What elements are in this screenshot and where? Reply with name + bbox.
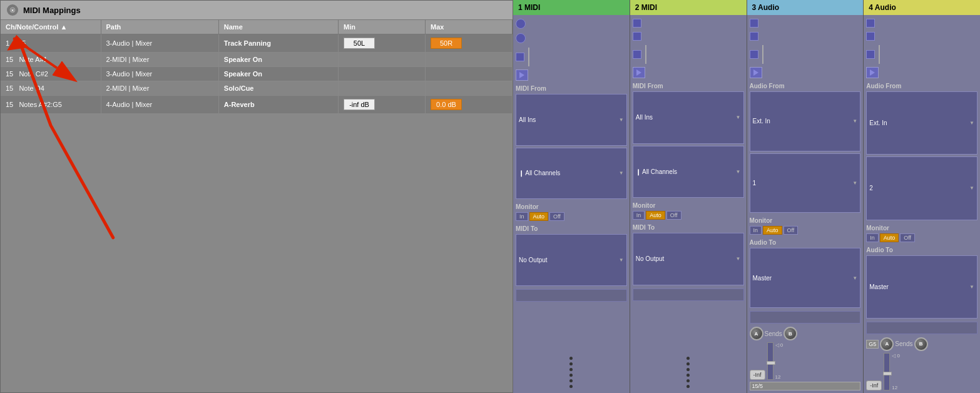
track-2-fader-small[interactable] [633,50,641,59]
track-4-fader-marks: ◁ 0 12 [892,353,900,390]
track-1-midi-to-dropdown[interactable]: No Output ▼ [516,234,627,286]
cell-min [339,53,426,67]
col-path[interactable]: Path [101,20,218,34]
track-2-midi-to-dropdown[interactable]: No Output ▼ [633,233,744,285]
track-4-fader-track[interactable] [884,353,890,390]
table-row[interactable]: 15 Note D4 2-MIDI | Mixer Solo/Cue [1,81,513,96]
cell-name: Solo/Cue [218,81,338,96]
table-row[interactable]: 1 C 5 3-Audio | Mixer Track Panning 50L … [1,34,513,53]
track-4-audio-to-dropdown[interactable]: Master ▼ [866,255,977,319]
track-2-play-btn[interactable] [633,67,645,78]
track-3-header: 3 Audio [747,0,864,15]
track-3-channel-dropdown[interactable]: 1 ▼ [750,153,861,213]
min-value[interactable]: 50L [344,38,375,49]
mixer-panel: 1 MIDI MIDI From All Ins [513,0,980,393]
track-3-monitor-off[interactable]: Off [783,226,799,235]
dropdown-arrow: ▼ [852,180,857,186]
dropdown-arrow: ▼ [619,257,624,263]
track-4-monitor-off[interactable]: Off [900,233,915,242]
track-2-midi-from-dropdown[interactable]: All Ins ▼ [633,91,744,144]
cell-id-note: 15 Note C#2 [1,67,101,81]
track-1-solo-btn[interactable] [516,33,526,43]
col-max[interactable]: Max [426,20,513,34]
track-4-inf-btn[interactable]: -Inf [866,380,882,390]
track-1-fader-small[interactable] [516,53,524,61]
track-1-midi-from-dropdown[interactable]: All Ins ▼ [516,94,627,146]
col-name[interactable]: Name [218,20,338,34]
track-2-monitor-label: Monitor [633,202,744,209]
cell-id-note: 15 Note A#1 [1,53,101,67]
track-1-body: MIDI From All Ins ▼ ❙ All Channels ▼ Mon… [513,15,630,393]
track-3-vol-fader: -Inf ◁ 0 12 [750,342,861,380]
track-1-play-btn[interactable] [516,69,528,81]
track-2-channel-dropdown[interactable]: ❙ All Channels ▼ [633,146,744,198]
track-3-monitor-auto[interactable]: Auto [763,226,782,235]
track-4-col: 4 Audio Audio From Ext. In [864,0,980,393]
track-4-g5-badge: G5 [866,340,879,349]
track-columns: 1 MIDI MIDI From All Ins [513,0,980,393]
track-4-play-btn[interactable] [866,67,879,78]
svg-text:×: × [11,8,14,13]
track-4-channel-dropdown[interactable]: 2 ▼ [866,156,977,220]
close-button[interactable]: × [7,4,18,16]
track-4-solo-btn[interactable] [866,32,875,41]
mappings-table: Ch/Note/Control ▲ Path Name Min Max 1 C … [1,20,513,114]
col-note[interactable]: Ch/Note/Control ▲ [1,20,101,34]
track-4-fader-handle[interactable] [883,372,892,375]
cell-path: 3-Audio | Mixer [101,67,218,81]
track-2-fader-line [645,45,646,64]
track-3-sends-area: A Sends B [750,327,861,340]
panel-title: MIDI Mappings [23,6,81,15]
track-2-monitor-off[interactable]: Off [666,211,681,220]
table-row[interactable]: 15 Note A#1 2-MIDI | Mixer Speaker On [1,53,513,67]
table-row[interactable]: 15 Note C#2 3-Audio | Mixer Speaker On [1,67,513,81]
track-2-activate-btn[interactable] [633,19,641,28]
track-4-audio-from-dropdown[interactable]: Ext. In ▼ [866,91,977,155]
track-4-send-b-knob[interactable]: B [914,337,928,351]
track-3-solo-btn[interactable] [750,32,758,41]
midi-mappings-panel: × MIDI Mappings Ch/Note/Control ▲ Path N… [0,0,513,393]
track-1-activate-btn[interactable] [516,19,526,29]
track-3-monitor-row: In Auto Off [750,226,861,235]
track-1-monitor-in[interactable]: In [516,212,528,221]
play-icon [870,69,875,76]
min-value[interactable]: -inf dB [344,99,375,110]
cell-max [426,67,513,81]
track-2-monitor-in[interactable]: In [633,211,645,220]
track-3-send-b-knob[interactable]: B [783,327,797,340]
track-3-monitor-in[interactable]: In [750,226,762,235]
track-3-activate-btn[interactable] [750,19,758,28]
track-3-audio-to-dropdown[interactable]: Master ▼ [750,248,861,308]
track-4-monitor-row: In Auto Off [866,233,977,242]
track-4-monitor-label: Monitor [866,225,977,232]
max-value[interactable]: 50R [431,38,462,49]
track-2-midi-to-label: MIDI To [633,224,744,231]
track-4-header: 4 Audio [864,0,980,15]
track-4-monitor-auto[interactable]: Auto [880,233,899,242]
cell-min: 50L [339,34,426,53]
track-2-monitor-auto[interactable]: Auto [646,211,665,220]
table-row[interactable]: 15 Notes A#2:G5 4-Audio | Mixer A-Reverb… [1,96,513,114]
track-3-fader-track[interactable] [767,342,773,380]
track-4-send-a-knob[interactable]: A [880,337,894,351]
track-1-monitor-off[interactable]: Off [549,212,564,221]
track-4-monitor-in[interactable]: In [866,233,879,242]
track-3-audio-from-dropdown[interactable]: Ext. In ▼ [750,91,861,151]
col-min[interactable]: Min [339,20,426,34]
track-3-inf-btn[interactable]: -Inf [750,370,765,380]
cell-min [339,67,426,81]
track-3-fader-small[interactable] [750,50,758,59]
play-icon [519,72,524,78]
cell-min: -inf dB [339,96,426,114]
track-1-monitor-row: In Auto Off [516,212,627,221]
track-3-fader-handle[interactable] [767,361,775,365]
track-4-fader-small[interactable] [866,50,875,59]
track-4-activate-btn[interactable] [866,19,875,28]
track-2-solo-btn[interactable] [633,32,641,41]
cell-min [339,81,426,96]
track-1-monitor-auto[interactable]: Auto [529,212,549,221]
track-1-channel-dropdown[interactable]: ❙ All Channels ▼ [516,148,627,200]
track-3-send-a-knob[interactable]: A [750,327,763,340]
max-value[interactable]: 0.0 dB [431,99,462,110]
track-3-play-btn[interactable] [750,67,762,78]
